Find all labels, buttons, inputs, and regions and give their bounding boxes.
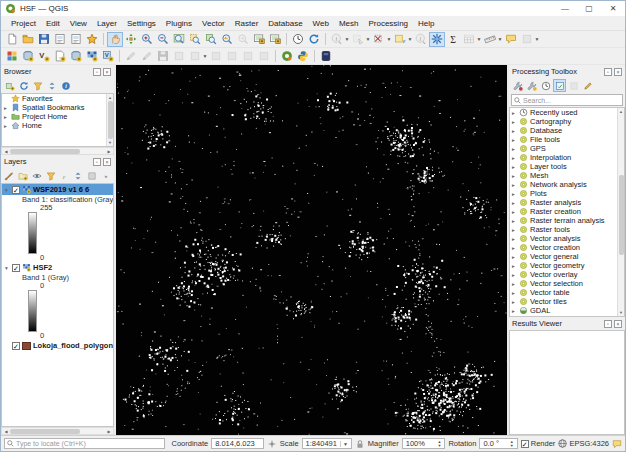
add-virtual-layer-button[interactable]: V xyxy=(100,49,116,64)
new-project-button[interactable] xyxy=(4,32,20,47)
save-project-button[interactable] xyxy=(36,32,52,47)
processing-group-raster-terrain-analysis[interactable]: ▸Raster terrain analysis xyxy=(510,216,624,225)
render-checkbox[interactable]: ✓ Render xyxy=(521,439,556,448)
processing-close-icon[interactable]: × xyxy=(614,68,622,76)
processing-group-file-tools[interactable]: ▸File tools xyxy=(510,135,624,144)
processing-group-vector-analysis[interactable]: ▸Vector analysis xyxy=(510,234,624,243)
collapse-all-button[interactable] xyxy=(45,79,58,92)
expand-arrow-icon[interactable]: ▸ xyxy=(512,137,519,143)
open-project-button[interactable] xyxy=(20,32,36,47)
layer-visibility-checkbox[interactable]: ✓ xyxy=(12,264,20,272)
expand-arrow-icon[interactable]: ▸ xyxy=(512,209,519,215)
maximize-button[interactable]: ▢ xyxy=(577,1,601,16)
expand-collapse-all-button[interactable] xyxy=(72,169,85,182)
expand-arrow-icon[interactable]: ▸ xyxy=(512,227,519,233)
processing-search-input[interactable]: Search... xyxy=(511,94,623,106)
add-postgis-layer-button[interactable] xyxy=(20,49,36,64)
zoom-out-button[interactable] xyxy=(155,32,171,47)
layer-item-wsf2019-v1-6-6[interactable]: ▾✓WSF2019 v1 6 6 xyxy=(2,184,113,195)
overflow-button[interactable]: » xyxy=(99,169,112,182)
processing-group-raster-analysis[interactable]: ▸Raster analysis xyxy=(510,198,624,207)
menu-raster[interactable]: Raster xyxy=(230,18,264,29)
browser-item-favorites[interactable]: Favorites xyxy=(2,94,113,103)
python-scripts-button[interactable] xyxy=(295,49,311,64)
rotation-spin-icons[interactable]: ▲▼ xyxy=(510,440,514,448)
add-spatialite-layer-button[interactable] xyxy=(68,49,84,64)
models-menu-button[interactable] xyxy=(511,79,524,92)
menu-processing[interactable]: Processing xyxy=(363,18,413,29)
expand-arrow-icon[interactable]: ▸ xyxy=(512,290,519,296)
processing-group-vector-general[interactable]: ▸Vector general xyxy=(510,252,624,261)
expand-arrow-icon[interactable]: ▸ xyxy=(512,272,519,278)
filter-by-expression-button[interactable]: ε xyxy=(58,169,71,182)
menu-database[interactable]: Database xyxy=(263,18,307,29)
crs-indicator[interactable]: EPSG:4326 xyxy=(558,439,609,448)
zoom-to-layer-button[interactable] xyxy=(203,32,219,47)
expand-arrow-icon[interactable]: ▸ xyxy=(4,114,11,120)
layers-close-icon[interactable]: × xyxy=(103,158,111,166)
statistics-summary-button[interactable]: Σ xyxy=(445,32,461,47)
processing-group-vector-creation[interactable]: ▸Vector creation xyxy=(510,243,624,252)
menu-settings[interactable]: Settings xyxy=(122,18,161,29)
style-manager-button[interactable] xyxy=(84,32,100,47)
open-layer-styling-button[interactable] xyxy=(3,169,16,182)
map-canvas[interactable] xyxy=(116,65,507,435)
browser-properties-button[interactable]: i xyxy=(59,79,72,92)
expand-arrow-icon[interactable]: ▸ xyxy=(4,105,11,111)
extents-icon[interactable] xyxy=(267,439,277,449)
filter-legend-button[interactable] xyxy=(44,169,57,182)
deselect-features-button[interactable] xyxy=(371,32,387,47)
history-button[interactable] xyxy=(539,79,552,92)
locator-input[interactable]: Type to locate (Ctrl+K) xyxy=(4,438,165,449)
menu-plugins[interactable]: Plugins xyxy=(161,18,197,29)
close-button[interactable]: ✕ xyxy=(601,1,625,16)
manage-map-themes-button[interactable] xyxy=(31,169,44,182)
add-vector-layer-button[interactable]: V xyxy=(36,49,52,64)
magnifier-spin-icons[interactable]: ▲▼ xyxy=(437,440,441,448)
new-print-layout-button[interactable] xyxy=(52,32,68,47)
expand-arrow-icon[interactable]: ▸ xyxy=(512,281,519,287)
expand-arrow-icon[interactable]: ▸ xyxy=(512,254,519,260)
processing-group-gdal[interactable]: ▸GDAL xyxy=(510,306,624,315)
results-undock-icon[interactable]: ▫ xyxy=(604,320,612,328)
select-by-expression-button[interactable]: ε xyxy=(392,32,408,47)
browser-close-icon[interactable]: × xyxy=(103,68,111,76)
results-close-icon[interactable]: × xyxy=(614,320,622,328)
menu-edit[interactable]: Edit xyxy=(41,18,65,29)
menu-view[interactable]: View xyxy=(65,18,92,29)
zoom-to-selection-button[interactable] xyxy=(187,32,203,47)
edit-features-inplace-button[interactable] xyxy=(581,79,594,92)
layer-expand-arrow-icon[interactable]: ▾ xyxy=(5,187,12,193)
layers-hscrollbar[interactable]: ◀▶ xyxy=(1,427,114,435)
refresh-map-button[interactable] xyxy=(306,32,322,47)
processing-group-cartography[interactable]: ▸Cartography xyxy=(510,117,624,126)
menu-web[interactable]: Web xyxy=(308,18,334,29)
expand-arrow-icon[interactable]: ▸ xyxy=(4,123,11,129)
processing-group-plots[interactable]: ▸Plots xyxy=(510,189,624,198)
processing-group-vector-geometry[interactable]: ▸Vector geometry xyxy=(510,261,624,270)
remove-layer-button[interactable] xyxy=(86,169,99,182)
browser-vscrollbar[interactable]: ▲▼ xyxy=(106,94,113,146)
expand-arrow-icon[interactable]: ▸ xyxy=(512,128,519,134)
expand-arrow-icon[interactable]: ▸ xyxy=(512,164,519,170)
refresh-browser-button[interactable] xyxy=(17,79,30,92)
browser-item-project-home[interactable]: ▸Project Home xyxy=(2,112,113,121)
coordinate-value[interactable]: 8.014,6.023 xyxy=(211,438,264,449)
expand-arrow-icon[interactable]: ▸ xyxy=(512,236,519,242)
expand-arrow-icon[interactable]: ▸ xyxy=(512,245,519,251)
processing-group-vector-table[interactable]: ▸Vector table xyxy=(510,288,624,297)
scripts-menu-button[interactable] xyxy=(525,79,538,92)
processing-group-raster-tools[interactable]: ▸Raster tools xyxy=(510,225,624,234)
messages-icon[interactable] xyxy=(612,439,622,449)
zoom-last-button[interactable] xyxy=(219,32,235,47)
processing-group-vector-tiles[interactable]: ▸Vector tiles xyxy=(510,297,624,306)
add-delimited-text-layer-button[interactable]: ,, xyxy=(52,49,68,64)
expand-arrow-icon[interactable]: ▸ xyxy=(512,218,519,224)
lock-scale-icon[interactable] xyxy=(355,439,365,449)
expand-arrow-icon[interactable]: ▸ xyxy=(512,146,519,152)
processing-group-recently-used[interactable]: ▸Recently used xyxy=(510,108,624,117)
expand-arrow-icon[interactable]: ▸ xyxy=(512,173,519,179)
pan-to-selection-button[interactable] xyxy=(123,32,139,47)
processing-group-mesh[interactable]: ▸Mesh xyxy=(510,171,624,180)
layout-manager-button[interactable] xyxy=(68,32,84,47)
